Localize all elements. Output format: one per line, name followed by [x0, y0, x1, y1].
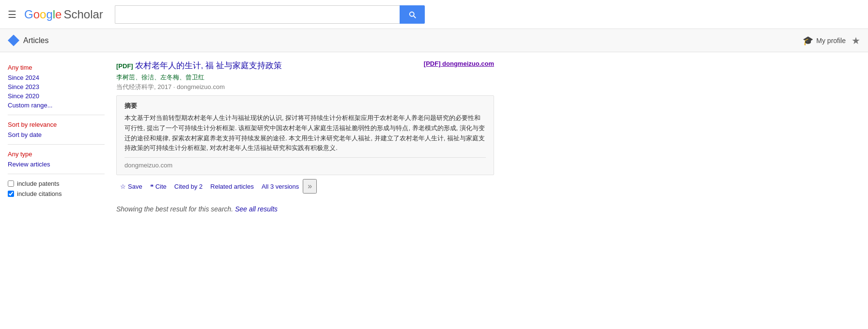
- sidebar-item-since2020[interactable]: Since 2020: [8, 92, 105, 100]
- related-articles-button[interactable]: Related articles: [206, 181, 258, 192]
- more-actions-button[interactable]: »: [303, 179, 317, 194]
- result-abstract-box: 摘要 本文基于对当前转型期农村老年人生计与福祉现状的认识, 探讨将可持续生计分析…: [116, 95, 494, 175]
- include-patents-checkbox[interactable]: [8, 180, 14, 187]
- search-input[interactable]: [115, 5, 400, 24]
- my-profile-button[interactable]: 🎓 My profile: [803, 35, 846, 46]
- result-title-text: 农村老年人的生计, 福 祉与家庭支持政策: [135, 61, 282, 70]
- search-bar: [115, 5, 425, 24]
- logo-scholar-text: Scholar: [63, 8, 103, 21]
- result-source: dongmeizuo.com: [177, 83, 225, 90]
- include-patents-row: include patents: [8, 180, 105, 187]
- result-item: [PDF]农村老年人的生计, 福 祉与家庭支持政策 李树茁、徐洁、左冬梅、曾卫红…: [116, 60, 494, 194]
- logo-google-text: Google: [24, 8, 62, 21]
- result-authors: 李树茁、徐洁、左冬梅、曾卫红: [116, 73, 404, 82]
- result-meta: 当代经济科学, 2017 · dongmeizuo.com: [116, 83, 404, 91]
- cite-button[interactable]: ❝ Cite: [146, 181, 170, 192]
- sidebar-item-review-articles[interactable]: Review articles: [8, 161, 105, 168]
- showing-text: Showing the best result for this search.…: [116, 205, 860, 213]
- articles-diamond-icon: [8, 35, 19, 46]
- save-button[interactable]: ☆ Save: [116, 181, 146, 192]
- abstract-title: 摘要: [124, 102, 486, 110]
- result-pdf-tag: [PDF]: [116, 62, 133, 70]
- sidebar-type-section[interactable]: Any type: [8, 150, 105, 158]
- all-versions-button[interactable]: All 3 versions: [258, 181, 303, 192]
- menu-icon[interactable]: ☰: [8, 9, 16, 20]
- abstract-text: 本文基于对当前转型期农村老年人生计与福祉现状的认识, 探讨将可持续生计分析框架应…: [124, 113, 486, 153]
- include-citations-label[interactable]: include citations: [17, 190, 62, 197]
- star-icon[interactable]: ★: [852, 35, 860, 46]
- results-area: [PDF]农村老年人的生计, 福 祉与家庭支持政策 李树茁、徐洁、左冬梅、曾卫红…: [116, 60, 860, 213]
- result-year: 2017: [157, 83, 171, 90]
- my-profile-label: My profile: [816, 37, 846, 45]
- sidebar-divider-2: [8, 144, 105, 145]
- result-title-block: [PDF]农村老年人的生计, 福 祉与家庭支持政策 李树茁、徐洁、左冬梅、曾卫红…: [116, 60, 404, 91]
- result-title-link[interactable]: [PDF]农村老年人的生计, 福 祉与家庭支持政策: [116, 61, 282, 70]
- cite-icon: ❝: [150, 183, 154, 190]
- sidebar-time-section[interactable]: Any time: [8, 64, 105, 71]
- cited-by-button[interactable]: Cited by 2: [170, 181, 207, 192]
- include-citations-row: include citations: [8, 190, 105, 197]
- include-patents-label[interactable]: include patents: [17, 180, 59, 187]
- sidebar-item-since2024[interactable]: Since 2024: [8, 74, 105, 81]
- result-header: [PDF]农村老年人的生计, 福 祉与家庭支持政策 李树茁、徐洁、左冬梅、曾卫红…: [116, 60, 494, 91]
- logo[interactable]: Google Scholar: [24, 8, 103, 21]
- sidebar-divider-3: [8, 174, 105, 174]
- sidebar-divider-1: [8, 115, 105, 115]
- articles-label: Articles: [23, 36, 48, 45]
- sidebar-item-custom-range[interactable]: Custom range...: [8, 102, 105, 109]
- sidebar-item-since2023[interactable]: Since 2023: [8, 83, 105, 90]
- main-content: Any time Since 2024 Since 2023 Since 202…: [0, 52, 868, 221]
- save-label: Save: [128, 183, 142, 190]
- sidebar-sort-section[interactable]: Sort by relevance: [8, 121, 105, 128]
- showing-best-result-text: Showing the best result for this search.: [116, 205, 233, 213]
- sub-header: Articles 🎓 My profile ★: [0, 29, 868, 52]
- cite-label: Cite: [155, 183, 167, 190]
- search-icon: [408, 10, 417, 19]
- sidebar-item-sort-date[interactable]: Sort by date: [8, 131, 105, 138]
- my-profile-area: 🎓 My profile ★: [803, 35, 860, 46]
- see-all-results-link[interactable]: See all results: [235, 205, 278, 213]
- result-actions: ☆ Save ❝ Cite Cited by 2 Related article…: [116, 179, 494, 194]
- header: ☰ Google Scholar: [0, 0, 868, 29]
- include-citations-checkbox[interactable]: [8, 191, 14, 197]
- abstract-source: dongmeizuo.com: [124, 157, 486, 169]
- result-journal: 当代经济科学: [116, 83, 154, 90]
- result-pdf-external-link[interactable]: [PDF] dongmeizuo.com: [424, 60, 494, 67]
- profile-icon: 🎓: [803, 35, 813, 46]
- search-button[interactable]: [400, 5, 425, 24]
- sidebar: Any time Since 2024 Since 2023 Since 202…: [8, 60, 105, 213]
- star-outline-icon: ☆: [120, 183, 126, 190]
